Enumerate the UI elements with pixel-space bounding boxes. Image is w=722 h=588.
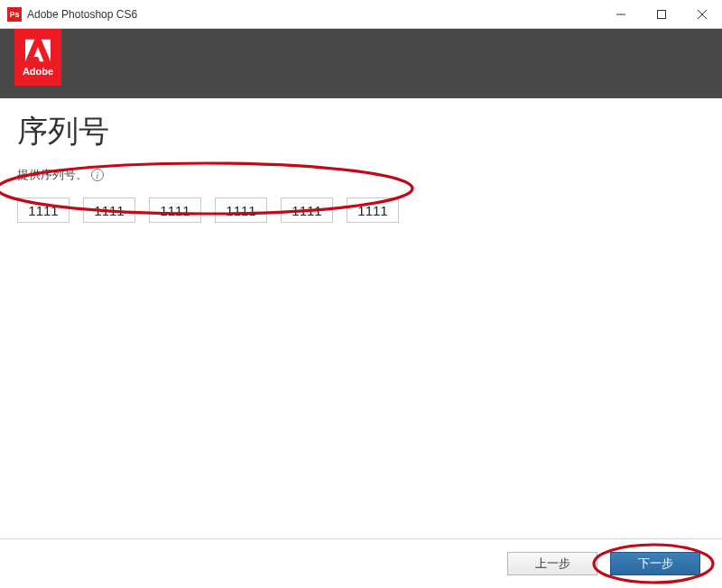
next-button[interactable]: 下一步 bbox=[610, 552, 700, 575]
info-icon[interactable]: i bbox=[91, 169, 104, 181]
subtitle-row: 提供序列号。 i bbox=[17, 167, 705, 183]
adobe-logo-icon bbox=[25, 39, 51, 62]
serial-field-6[interactable] bbox=[347, 198, 399, 223]
content-area: 序列号 提供序列号。 i bbox=[0, 98, 722, 223]
page-title: 序列号 bbox=[17, 111, 705, 152]
serial-field-5[interactable] bbox=[281, 198, 333, 223]
serial-field-3[interactable] bbox=[149, 198, 201, 223]
serial-field-1[interactable] bbox=[17, 198, 69, 223]
footer: 上一步 下一步 bbox=[0, 538, 722, 588]
app-icon: Ps bbox=[7, 7, 22, 22]
maximize-button[interactable] bbox=[641, 0, 681, 29]
serial-field-4[interactable] bbox=[215, 198, 267, 223]
adobe-logo-text: Adobe bbox=[23, 66, 53, 77]
minimize-button[interactable] bbox=[600, 0, 641, 29]
window-title: Adobe Photoshop CS6 bbox=[27, 8, 137, 21]
back-button[interactable]: 上一步 bbox=[507, 552, 597, 575]
adobe-logo: Adobe bbox=[14, 29, 61, 86]
close-button[interactable] bbox=[681, 0, 722, 29]
window-controls bbox=[600, 0, 722, 29]
header-bar: Adobe bbox=[0, 29, 722, 98]
serial-input-row bbox=[17, 198, 705, 223]
subtitle-text: 提供序列号。 bbox=[17, 167, 88, 183]
svg-rect-1 bbox=[657, 11, 665, 19]
serial-field-2[interactable] bbox=[83, 198, 135, 223]
titlebar: Ps Adobe Photoshop CS6 bbox=[0, 0, 722, 29]
